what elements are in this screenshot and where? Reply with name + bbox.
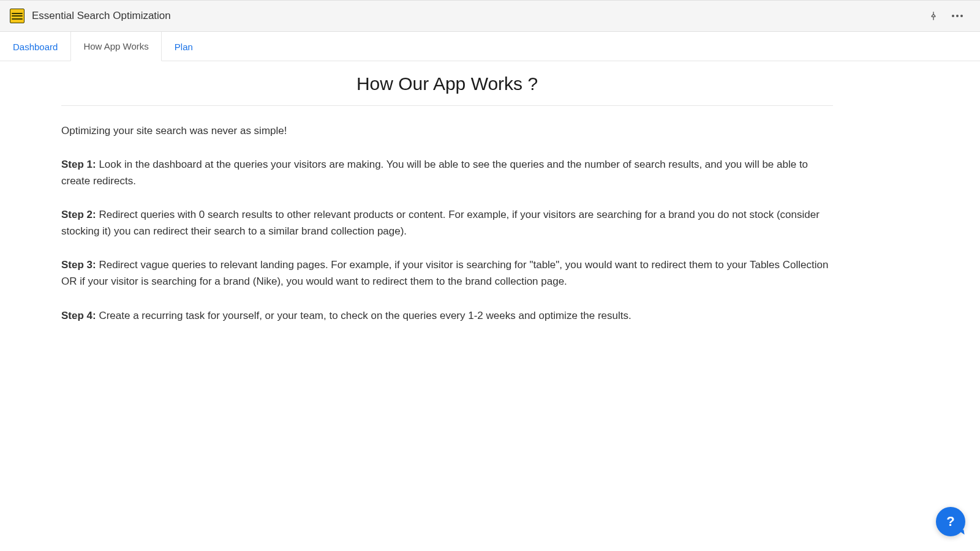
app-header: Essential Search Optimization bbox=[0, 0, 980, 32]
header-actions bbox=[929, 11, 970, 21]
step-4: Step 4: Create a recurring task for your… bbox=[61, 307, 833, 324]
page-heading: How Our App Works ? bbox=[61, 73, 833, 94]
step-4-text: Create a recurring task for yourself, or… bbox=[96, 310, 631, 321]
step-2: Step 2: Redirect queries with 0 search r… bbox=[61, 206, 833, 239]
divider bbox=[61, 105, 833, 106]
step-2-text: Redirect queries with 0 search results t… bbox=[61, 209, 820, 237]
help-icon: ? bbox=[946, 514, 954, 530]
pin-icon[interactable] bbox=[929, 11, 938, 21]
tab-dashboard[interactable]: Dashboard bbox=[0, 32, 70, 61]
intro-text: Optimizing your site search was never as… bbox=[61, 123, 833, 139]
step-3-text: Redirect vague queries to relevant landi… bbox=[61, 259, 828, 287]
step-1: Step 1: Look in the dashboard at the que… bbox=[61, 156, 833, 189]
step-3-label: Step 3: bbox=[61, 259, 96, 271]
step-1-text: Look in the dashboard at the queries you… bbox=[61, 159, 808, 187]
app-title: Essential Search Optimization bbox=[32, 10, 171, 22]
tab-plan[interactable]: Plan bbox=[162, 32, 206, 61]
tabs-bar: Dashboard How App Works Plan bbox=[0, 32, 980, 61]
help-chat-button[interactable]: ? bbox=[936, 507, 965, 536]
step-3: Step 3: Redirect vague queries to releva… bbox=[61, 257, 833, 290]
tab-how-app-works[interactable]: How App Works bbox=[70, 32, 161, 61]
more-menu-icon[interactable] bbox=[949, 12, 965, 20]
main-content: How Our App Works ? Optimizing your site… bbox=[0, 61, 894, 353]
step-2-label: Step 2: bbox=[61, 209, 96, 220]
header-left: Essential Search Optimization bbox=[10, 9, 171, 23]
step-4-label: Step 4: bbox=[61, 310, 96, 321]
step-1-label: Step 1: bbox=[61, 159, 96, 170]
app-logo-icon bbox=[10, 9, 24, 23]
